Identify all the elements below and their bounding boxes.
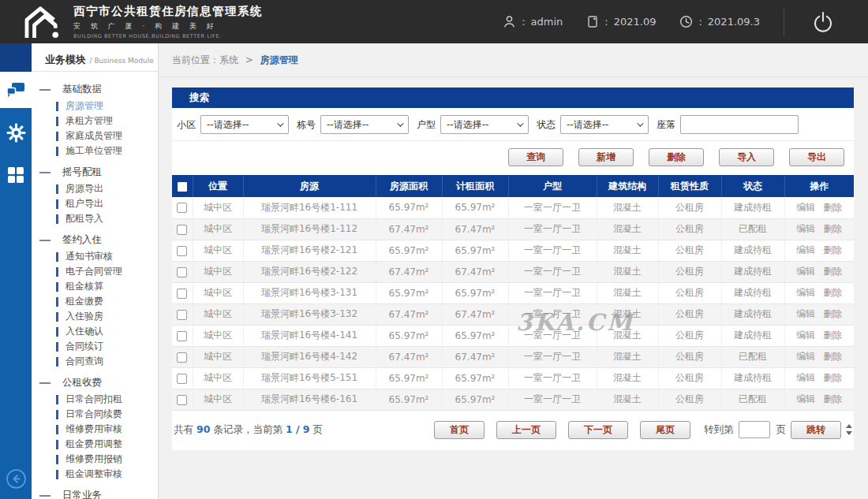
goto-page-input[interactable] [739,421,770,438]
layout-select[interactable]: --请选择-- [440,115,529,134]
item-label: 维修费用报销 [65,452,122,466]
edit-link[interactable]: 编辑 [796,372,815,383]
sidebar-section-header[interactable]: 公租收费 [32,374,158,392]
delete-button[interactable]: 删除 [649,148,704,166]
table-cell: 城中区 [193,389,243,410]
row-checkbox[interactable] [177,395,187,405]
row-checkbox[interactable] [177,225,187,235]
sidebar-item[interactable]: 日常合同扣租 [32,392,158,407]
sidebar-item[interactable]: 电子合同管理 [32,264,158,279]
community-select[interactable]: --请选择-- [200,115,289,134]
breadcrumb-root[interactable]: 系统 [219,54,238,65]
table-cell: 67.47m² [442,303,508,325]
sidebar-item[interactable]: 维修费用审核 [32,422,158,437]
location-input[interactable] [680,115,799,134]
sidebar-item[interactable]: 房源导出 [32,181,158,196]
table-cell: 公租房 [658,261,721,282]
delete-link[interactable]: 删除 [823,266,842,277]
sidebar-item[interactable]: 承租方管理 [32,114,158,128]
delete-link[interactable]: 删除 [823,330,842,341]
row-checkbox[interactable] [177,203,187,213]
row-checkbox[interactable] [177,289,187,299]
sidebar-item[interactable]: 租金费用调整 [32,437,158,452]
spinner-up-icon[interactable] [846,424,852,428]
sidebar-section-header[interactable]: 签约入住 [32,231,158,249]
sidebar-item[interactable]: 维修费用报销 [32,452,158,467]
delete-link[interactable]: 删除 [823,287,842,298]
jump-button[interactable]: 跳转 [791,421,841,439]
sidebar-item[interactable]: 房源管理 [32,99,158,114]
row-checkbox[interactable] [177,310,187,320]
row-checkbox[interactable] [177,267,187,277]
table-cell: 城中区 [193,325,243,346]
last-page-button[interactable]: 尾页 [640,421,690,439]
settings-nav-icon[interactable] [0,114,32,151]
sidebar-item[interactable]: 通知书审核 [32,249,158,264]
item-label: 租金调整审核 [65,467,122,481]
edit-link[interactable]: 编辑 [796,393,815,404]
edit-link[interactable]: 编辑 [796,223,815,234]
page-spinner[interactable] [846,424,852,435]
table-cell: 城中区 [193,303,243,325]
delete-link[interactable]: 删除 [823,223,842,234]
column-header: 租赁性质 [658,175,721,197]
spinner-down-icon[interactable] [846,431,852,435]
row-checkbox[interactable] [177,246,187,256]
sidebar-section-header[interactable]: 基础数据 [32,80,158,99]
table-cell: 混凝土 [597,367,658,389]
delete-link[interactable]: 删除 [823,351,842,362]
edit-link[interactable]: 编辑 [796,351,815,362]
sidebar-item[interactable]: 租户导出 [32,196,158,211]
item-bullet-icon [56,440,58,449]
row-checkbox[interactable] [177,331,187,341]
import-button[interactable]: 导入 [719,148,774,166]
sidebar-section-header[interactable]: 日常业务 [32,486,158,499]
filter-label: 户型 [417,118,436,132]
sidebar-item[interactable]: 租金调整审核 [32,467,158,482]
building-select[interactable]: --请选择-- [320,115,409,134]
row-checkbox-cell [172,367,193,389]
edit-link[interactable]: 编辑 [796,244,815,255]
delete-link[interactable]: 删除 [823,372,842,383]
collapse-sidebar-button[interactable] [0,468,32,490]
logout-power-button[interactable] [811,10,835,34]
delete-link[interactable]: 删除 [823,393,842,404]
export-button[interactable]: 导出 [789,148,844,166]
sidebar-item[interactable]: 家庭成员管理 [32,128,158,143]
select-all-checkbox[interactable] [178,182,187,192]
sidebar-item[interactable]: 入住确认 [32,324,158,339]
apps-nav-icon[interactable] [0,157,32,193]
row-checkbox[interactable] [177,352,187,363]
sidebar-item[interactable]: 日常合同续费 [32,407,158,422]
edit-link[interactable]: 编辑 [796,287,815,298]
edit-link[interactable]: 编辑 [796,202,815,213]
sidebar-item[interactable]: 合同续订 [32,339,158,354]
first-page-button[interactable]: 首页 [434,421,485,439]
filter-label: 栋号 [297,118,316,132]
sidebar-item[interactable]: 施工单位管理 [32,143,158,158]
messages-nav-icon[interactable] [0,72,32,108]
row-checkbox[interactable] [177,374,187,384]
status-select[interactable]: --请选择-- [560,115,649,134]
app-title: 西宁市公共租赁住房信息管理系统 [73,4,263,19]
prev-page-button[interactable]: 上一页 [496,421,556,439]
sidebar-item[interactable]: 合同查询 [32,354,158,369]
sidebar-item[interactable]: 入住验房 [32,309,158,324]
breadcrumb-current[interactable]: 房源管理 [260,54,298,65]
edit-link[interactable]: 编辑 [796,330,815,341]
next-page-button[interactable]: 下一页 [568,421,628,439]
delete-link[interactable]: 删除 [823,244,842,255]
sidebar-section-header[interactable]: 摇号配租 [32,163,158,181]
query-button[interactable]: 查询 [508,148,563,166]
colon: : [604,16,608,28]
delete-link[interactable]: 删除 [823,308,842,319]
table-cell: 混凝土 [597,303,658,325]
edit-link[interactable]: 编辑 [796,308,815,319]
sidebar-item[interactable]: 租金缴费 [32,294,158,309]
edit-link[interactable]: 编辑 [796,266,815,277]
sidebar-item[interactable]: 配租导入 [32,211,158,226]
sidebar-item[interactable]: 租金核算 [32,279,158,294]
add-button[interactable]: 新增 [578,148,634,166]
minus-icon [39,495,51,497]
delete-link[interactable]: 删除 [823,202,842,213]
